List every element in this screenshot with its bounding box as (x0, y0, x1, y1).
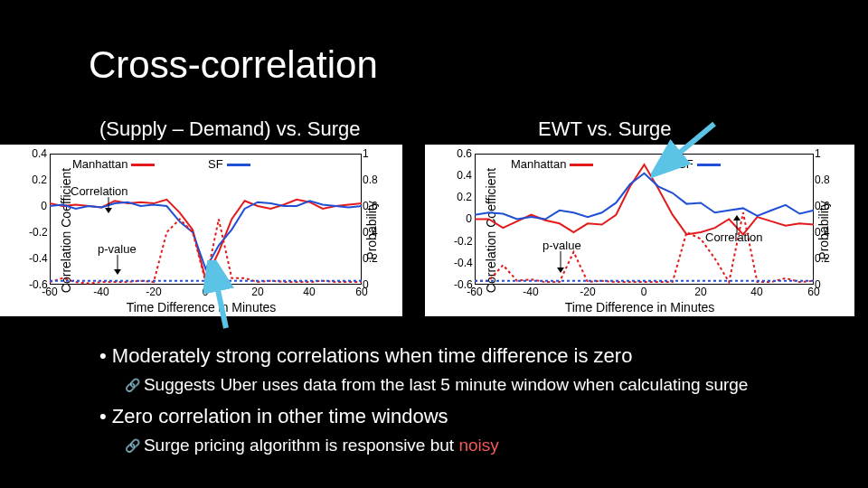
tick: 0 (454, 212, 472, 225)
tick: 60 (355, 286, 367, 298)
bullet-1: Moderately strong correlations when time… (99, 343, 832, 369)
tick: 0.2 (454, 191, 472, 203)
callout-arrow-icon (651, 119, 723, 183)
callout-arrow-icon (203, 260, 249, 333)
tick: 0 (29, 200, 47, 212)
tick: 0 (641, 286, 647, 298)
tick: 40 (750, 286, 762, 298)
tick: 0.8 (363, 174, 381, 186)
tick: 40 (303, 286, 315, 298)
tick: 0.4 (29, 147, 47, 160)
slide: Cross-correlation (Supply – Demand) vs. … (0, 0, 868, 488)
tick: 0.6 (363, 200, 381, 212)
tick: 0.6 (454, 147, 472, 160)
tick: 1 (815, 147, 833, 160)
bullet-list: Moderately strong correlations when time… (99, 343, 832, 465)
chart-subtitle-left: (Supply – Demand) vs. Surge (99, 117, 361, 141)
sub-bullet-1: Suggests Uber uses data from the last 5 … (125, 374, 832, 396)
anno-correlation-right: Correlation (705, 230, 763, 244)
tick: 20 (694, 286, 706, 298)
anno-correlation-left: Correlation (71, 184, 128, 198)
sub-text: Surge pricing algorithm is (144, 436, 343, 455)
tick: 0.8 (815, 174, 833, 186)
tick: -20 (580, 286, 595, 298)
bullet-2: Zero correlation in other time windows (99, 404, 832, 429)
anno-pvalue-right: p-value (542, 239, 581, 252)
tick: 0.4 (454, 169, 472, 182)
sub-text: but (425, 436, 458, 455)
x-axis-label: Time Difference in Minutes (565, 300, 715, 314)
tick: -20 (146, 286, 161, 298)
tick: 1 (363, 147, 381, 160)
anno-arrow-icon (90, 197, 91, 198)
anno-arrow-icon (737, 226, 738, 227)
anno-arrow-icon (118, 255, 118, 256)
x-axis-label: Time Difference in Minutes (127, 300, 277, 314)
noisy-word: noisy (458, 436, 498, 455)
tick: -60 (42, 286, 57, 298)
tick: 0.2 (815, 252, 833, 265)
anno-pvalue-left: p-value (98, 242, 137, 256)
tick: -0.2 (454, 235, 472, 248)
tick: -0.4 (454, 257, 472, 269)
tick: 20 (251, 286, 263, 298)
tick: -60 (467, 286, 482, 298)
chart-left: Correlation Coefficient Probability Time… (0, 145, 402, 316)
tick: 60 (807, 286, 819, 298)
tick: 0.6 (815, 200, 833, 212)
legend-manhattan: Manhattan (511, 157, 597, 171)
tick: -0.4 (29, 252, 47, 265)
chart-svg-right (475, 154, 814, 285)
tick: -0.2 (29, 226, 47, 239)
chart-right: Correlation Coefficient Probability Time… (425, 145, 854, 316)
legend-sf: SF (208, 157, 254, 171)
svg-line-9 (212, 265, 226, 328)
anno-arrow-icon (561, 251, 561, 252)
tick: 0.2 (29, 174, 47, 186)
tick: -40 (523, 286, 538, 298)
slide-title: Cross-correlation (89, 43, 378, 87)
sub-bullet-2: Surge pricing algorithm is responsive bu… (125, 435, 832, 456)
legend-manhattan: Manhattan (72, 157, 158, 171)
tick: -40 (93, 286, 108, 298)
tick: 0.4 (363, 226, 381, 239)
tick: 0.4 (815, 226, 833, 239)
responsive-word: responsive (343, 436, 426, 455)
tick: 0.2 (363, 252, 381, 265)
svg-line-11 (660, 124, 714, 169)
